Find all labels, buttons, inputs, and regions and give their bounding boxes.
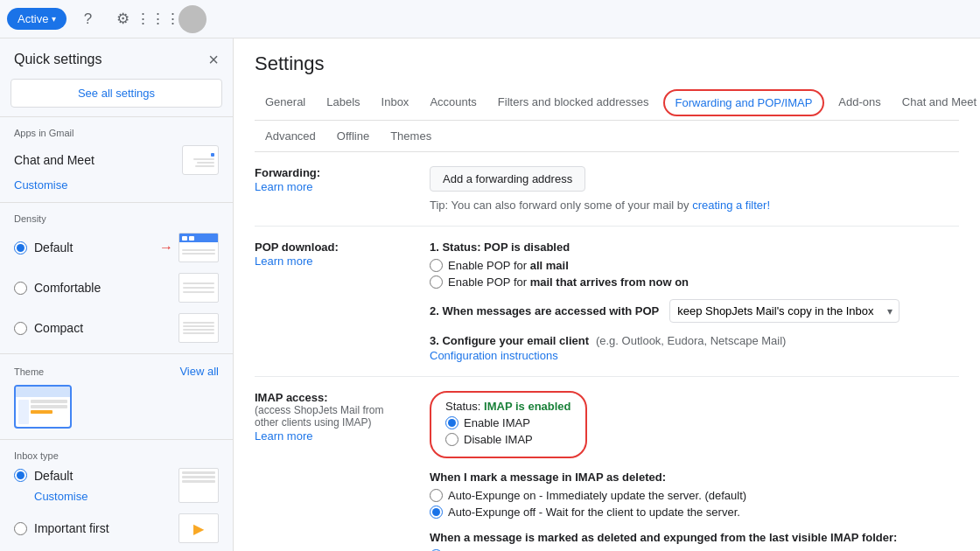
configuration-instructions-link[interactable]: Configuration instructions [430,349,959,362]
imap-status-box: Status: IMAP is enabled Enable IMAP Disa… [430,391,587,458]
pop-status-line: 1. Status: POP is disabled [430,241,959,254]
enable-imap-label: Enable IMAP [464,416,530,429]
main-content: Settings General Labels Inbox Accounts F… [234,0,980,551]
see-all-settings-button[interactable]: See all settings [10,79,222,108]
tabs-row: General Labels Inbox Accounts Filters an… [255,86,959,121]
pop-section2-label: 2. When messages are accessed with POP [430,304,659,317]
density-compact-label[interactable]: Compact [34,321,83,335]
theme-preview[interactable] [14,385,72,429]
imap-expunged-section: When a message is marked as deleted and … [430,531,959,551]
density-compact-preview [178,313,219,343]
density-comfortable-preview [178,273,219,303]
avatar[interactable] [178,5,206,33]
tabs-row2: Advanced Offline Themes [255,121,959,152]
chat-meet-icon [182,145,219,175]
inbox-important-preview: ▶ [178,513,219,543]
enable-imap-radio[interactable] [445,416,458,429]
tab-chat[interactable]: Chat and Meet [892,87,980,120]
inbox-important-radio[interactable] [14,522,27,535]
auto-expunge-on-label: Auto-Expunge on - Immediately update the… [448,489,746,502]
customise-link[interactable]: Customise [0,177,233,199]
tab-offline[interactable]: Offline [326,121,380,151]
tab-inbox[interactable]: Inbox [371,87,420,120]
creating-filter-link[interactable]: creating a filter! [692,199,770,212]
imap-sublabel: (access ShopJets Mail from other clients… [255,404,430,429]
imap-learn-more[interactable]: Learn more [255,429,312,443]
density-comfortable-radio[interactable] [14,282,27,295]
density-default-label[interactable]: Default [34,241,73,255]
close-button[interactable]: × [208,51,219,68]
auto-expunge-off-label: Auto-Expunge off - Wait for the client t… [448,506,740,519]
forwarding-learn-more[interactable]: Learn more [255,180,312,193]
pop-dropdown[interactable]: keep ShopJets Mail's copy in the Inbox [669,299,900,323]
inbox-type-section-label: Inbox type [0,445,233,463]
imap-expunged-label: When a message is marked as deleted and … [430,531,959,544]
tab-accounts[interactable]: Accounts [419,87,486,120]
inbox-default-radio[interactable] [14,469,27,482]
density-comfortable-label[interactable]: Comfortable [34,281,101,295]
pop-label: POP download: [255,241,430,254]
view-all-link[interactable]: View all [179,365,219,378]
auto-expunge-off-radio[interactable] [430,506,443,519]
tab-general[interactable]: General [255,87,316,120]
pop-from-now-radio[interactable] [430,276,443,289]
inbox-default-preview [178,468,219,503]
settings-icon-btn[interactable]: ⚙ [108,5,136,33]
sidebar-title: Quick settings [14,52,102,67]
imap-deleted-section: When I mark a message in IMAP as deleted… [430,471,959,519]
apps-icon-btn[interactable]: ⋮⋮⋮ [144,5,172,33]
tab-addons[interactable]: Add-ons [828,87,891,120]
tab-themes[interactable]: Themes [380,121,442,151]
density-arrow: → [159,240,173,255]
chevron-down-icon: ▾ [52,14,56,24]
imap-status-value: IMAP is enabled [484,400,570,413]
auto-expunge-off-option[interactable]: Auto-Expunge off - Wait for the client t… [430,506,959,519]
help-icon-btn[interactable]: ? [74,5,102,33]
theme-section-label: Theme [14,366,44,377]
tab-forwarding[interactable]: Forwarding and POP/IMAP [663,89,825,116]
chat-meet-label: Chat and Meet [14,153,94,167]
page-title: Settings [255,52,959,75]
inbox-important-label[interactable]: Important first [34,521,109,535]
disable-imap-radio[interactable] [445,433,458,446]
forwarding-label: Forwarding: [255,166,430,179]
imap-label: IMAP access: [255,391,430,404]
inbox-default-label[interactable]: Default [34,469,73,483]
inbox-customise-link[interactable]: Customise [14,490,88,503]
auto-expunge-on-radio[interactable] [430,489,443,502]
active-badge[interactable]: Active ▾ [7,8,66,30]
density-section-label: Density [0,206,233,227]
pop-all-mail-option[interactable]: Enable POP for all mail [430,259,959,272]
apps-section-label: Apps in Gmail [0,121,233,140]
tab-labels[interactable]: Labels [316,87,370,120]
pop-from-now-option[interactable]: Enable POP for mail that arrives from no… [430,276,959,289]
density-default-radio[interactable] [14,241,27,255]
tab-filters[interactable]: Filters and blocked addresses [487,87,660,120]
pop-section3-note: (e.g. Outlook, Eudora, Netscape Mail) [596,334,787,347]
sidebar: Quick settings × See all settings Apps i… [0,0,234,551]
pop-all-radio[interactable] [430,259,443,272]
pop-learn-more[interactable]: Learn more [255,255,312,268]
tip-text: Tip: You can also forward only some of y… [430,199,690,212]
density-default-preview [178,233,219,262]
pop-section3-label: 3. Configure your email client [430,334,589,347]
disable-imap-label: Disable IMAP [464,433,533,446]
imap-deleted-label: When I mark a message in IMAP as deleted… [430,471,959,484]
enable-imap-option[interactable]: Enable IMAP [445,416,571,429]
active-label: Active [18,12,48,25]
imap-status-prefix: Status: [445,400,484,413]
auto-expunge-on-option[interactable]: Auto-Expunge on - Immediately update the… [430,489,959,502]
density-compact-radio[interactable] [14,322,27,335]
add-forwarding-button[interactable]: Add a forwarding address [430,166,585,192]
tab-advanced[interactable]: Advanced [255,121,326,151]
disable-imap-option[interactable]: Disable IMAP [445,433,571,446]
